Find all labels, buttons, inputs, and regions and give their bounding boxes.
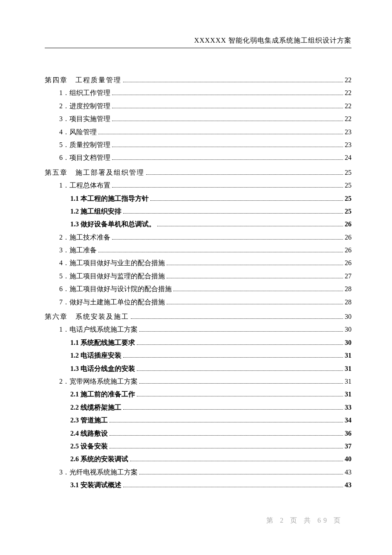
toc-entry-page: 43 (345, 479, 352, 491)
toc-entry-page: 28 (345, 296, 352, 309)
toc-entry-page: 25 (345, 205, 352, 218)
toc-entry-label: 2.4 线路敷设 (70, 427, 108, 440)
toc-entry-page: 33 (345, 401, 352, 414)
toc-entry: 3．光纤电视系统施工方案43 (45, 466, 352, 479)
toc-leader-dots (139, 383, 343, 384)
toc-entry: 1．工程总体布置25 (45, 179, 352, 192)
toc-entry: 1.3 做好设备单机和总调试。26 (45, 218, 352, 231)
toc-entry-page: 22 (345, 113, 352, 125)
toc-entry-page: 31 (345, 349, 352, 362)
toc-leader-dots (137, 370, 343, 371)
toc-entry-label: 1.1 系统配线施工要求 (70, 336, 135, 349)
toc-leader-dots (131, 318, 343, 319)
toc-entry-page: 31 (345, 362, 352, 375)
toc-entry: 2．施工技术准备26 (45, 231, 352, 244)
toc-entry-label: 1.3 电话分线盒的安装 (70, 362, 135, 375)
toc-leader-dots (157, 226, 343, 226)
toc-leader-dots (137, 344, 343, 345)
toc-entry: 2.5 设备安装37 (45, 440, 352, 453)
toc-entry-page: 24 (345, 151, 352, 164)
toc-entry: 2.4 线路敷设36 (45, 427, 352, 440)
toc-entry-label: 5．施工项目做好与监理的配合措施 (59, 270, 165, 283)
toc-entry-label: 2．施工技术准备 (59, 231, 110, 244)
toc-leader-dots (123, 487, 343, 487)
toc-entry: 1.1 本工程的施工指导方针25 (45, 192, 352, 205)
toc-entry-page: 43 (345, 466, 352, 479)
document-page: XXXXXX 智能化弱电集成系统施工组织设计方案 第四章 工程质量管理221．组… (0, 0, 392, 492)
page-footer: 第 2 页 共 69 页 (266, 516, 343, 525)
toc-entry-label: 第五章 施工部署及组织管理 (45, 166, 144, 179)
toc-leader-dots (112, 187, 343, 188)
toc-entry-label: 第四章 工程质量管理 (45, 74, 121, 87)
toc-leader-dots (123, 409, 343, 410)
toc-entry-label: 4．风险管理 (59, 126, 97, 139)
toc-entry: 3.1 安装调试概述43 (45, 479, 352, 491)
toc-leader-dots (112, 108, 343, 108)
toc-entry-label: 2.2 线缆桥架施工 (70, 401, 121, 414)
toc-entry-page: 30 (345, 323, 352, 336)
toc-leader-dots (123, 82, 343, 82)
page-header: XXXXXX 智能化弱电集成系统施工组织设计方案 (45, 36, 352, 48)
toc-entry-page: 36 (345, 427, 352, 440)
toc-entry: 2．进度控制管理22 (45, 100, 352, 113)
toc-entry-page: 31 (345, 375, 352, 388)
toc-leader-dots (110, 448, 343, 448)
toc-entry-page: 22 (345, 87, 352, 99)
toc-entry-label: 1.1 本工程的施工指导方针 (70, 192, 149, 205)
toc-entry-label: 1.2 电话插座安装 (70, 349, 121, 362)
toc-leader-dots (167, 278, 343, 278)
toc-entry: 6．施工项目做好与设计院的配合措施28 (45, 283, 352, 295)
toc-entry-label: 7．做好与土建施工单位的配合措施 (59, 296, 165, 309)
toc-entry-page: 23 (345, 126, 352, 139)
toc-entry-page: 31 (345, 388, 352, 401)
toc-entry: 第六章 系统安装及施工30 (45, 310, 352, 323)
toc-entry-page: 30 (345, 336, 352, 349)
toc-leader-dots (98, 252, 343, 252)
toc-entry-label: 2．宽带网络系统施工方案 (59, 375, 138, 388)
toc-leader-dots (112, 95, 343, 95)
toc-entry-label: 3.1 安装调试概述 (70, 479, 121, 491)
toc-leader-dots (98, 134, 343, 134)
toc-leader-dots (112, 239, 343, 240)
toc-entry: 4．风险管理23 (45, 126, 352, 139)
toc-leader-dots (173, 291, 343, 291)
toc-entry-label: 2.6 系统的安装调试 (70, 453, 128, 465)
toc-entry: 3．项目实施管理22 (45, 113, 352, 125)
toc-leader-dots (167, 304, 343, 304)
table-of-contents: 第四章 工程质量管理221．组织工作管理222．进度控制管理223．项目实施管理… (45, 74, 352, 492)
toc-leader-dots (167, 265, 343, 265)
toc-entry-page: 27 (345, 270, 352, 283)
toc-entry-label: 6．施工项目做好与设计院的配合措施 (59, 283, 172, 295)
toc-entry-label: 1.2 施工组织安排 (70, 205, 121, 218)
toc-entry: 第四章 工程质量管理22 (45, 74, 352, 87)
toc-entry: 1．电话户线系统施工方案30 (45, 323, 352, 336)
toc-entry-page: 34 (345, 414, 352, 427)
toc-entry-page: 25 (345, 166, 352, 179)
toc-entry-page: 30 (345, 310, 352, 323)
toc-entry: 5．施工项目做好与监理的配合措施27 (45, 270, 352, 283)
toc-leader-dots (112, 159, 343, 160)
toc-entry: 2.6 系统的安装调试40 (45, 453, 352, 465)
toc-entry: 1.2 电话插座安装31 (45, 349, 352, 362)
toc-entry-page: 25 (345, 192, 352, 205)
toc-entry-page: 23 (345, 139, 352, 151)
toc-leader-dots (112, 147, 343, 147)
toc-entry-page: 40 (345, 453, 352, 465)
toc-entry-label: 2.5 设备安装 (70, 440, 108, 453)
toc-entry: 2.2 线缆桥架施工33 (45, 401, 352, 414)
toc-entry: 1．组织工作管理22 (45, 87, 352, 99)
toc-entry: 2.1 施工前的准备工作31 (45, 388, 352, 401)
toc-entry: 7．做好与土建施工单位的配合措施28 (45, 296, 352, 309)
toc-leader-dots (146, 174, 343, 175)
toc-entry: 6．项目文档管理24 (45, 151, 352, 164)
toc-leader-dots (130, 461, 343, 461)
toc-entry-page: 26 (345, 231, 352, 244)
toc-entry-label: 1．工程总体布置 (59, 179, 110, 192)
toc-entry-page: 22 (345, 100, 352, 113)
toc-entry-label: 4．施工项目做好与业主的配合措施 (59, 257, 165, 269)
toc-entry-page: 37 (345, 440, 352, 453)
toc-leader-dots (139, 474, 343, 474)
toc-leader-dots (150, 200, 343, 201)
toc-leader-dots (137, 396, 343, 396)
toc-leader-dots (110, 422, 343, 422)
